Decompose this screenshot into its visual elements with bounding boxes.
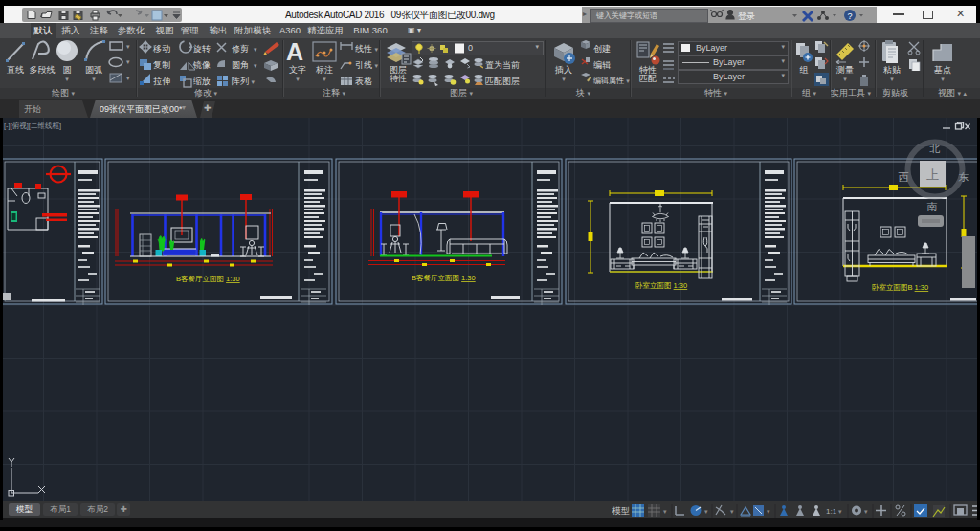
- svg-text:东: 东: [959, 171, 969, 183]
- svg-text:北: 北: [929, 143, 941, 154]
- svg-text:1:1: 1:1: [826, 507, 837, 516]
- svg-text:西: 西: [899, 171, 909, 183]
- svg-text:▾: ▾: [730, 508, 734, 515]
- svg-text:B客餐厅立面图 1:30: B客餐厅立面图 1:30: [412, 274, 476, 282]
- svg-text:B客餐厅立面图 1:30: B客餐厅立面图 1:30: [176, 275, 240, 283]
- svg-text:卧室立面图 1:30: 卧室立面图 1:30: [635, 281, 687, 290]
- svg-text:南: 南: [927, 201, 938, 212]
- svg-text:卧室立面图B 1:30: 卧室立面图B 1:30: [872, 283, 928, 292]
- svg-text:上: 上: [926, 167, 939, 182]
- svg-text:▾: ▾: [864, 508, 868, 515]
- svg-text:▾: ▾: [767, 508, 770, 515]
- svg-text:▾: ▾: [838, 508, 842, 515]
- svg-text:[-][俯视][二维线框]: [-][俯视][二维线框]: [4, 122, 61, 130]
- svg-text:▾: ▾: [663, 508, 667, 515]
- svg-text:▾: ▾: [704, 508, 708, 515]
